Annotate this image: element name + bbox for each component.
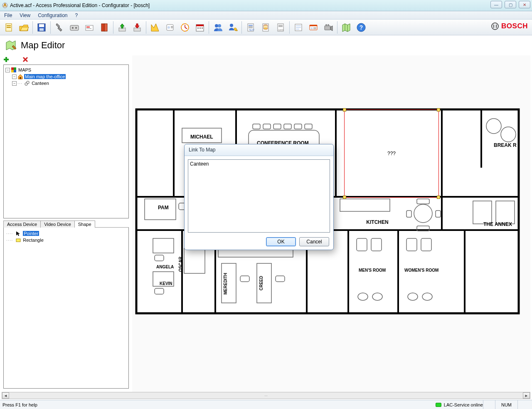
svg-point-53 <box>311 27 313 29</box>
svg-rect-64 <box>14 67 16 70</box>
resize-handle-bl[interactable] <box>343 196 346 199</box>
svg-rect-2 <box>7 25 11 26</box>
svg-rect-33 <box>236 30 237 31</box>
tb-badge-config-icon[interactable] <box>306 20 320 35</box>
svg-rect-26 <box>197 27 199 29</box>
link-to-map-dialog: Link To Map Canteen OK Cancel <box>184 144 334 250</box>
tb-open-icon[interactable] <box>17 20 31 35</box>
tb-clock-icon[interactable] <box>178 20 192 35</box>
tree-root[interactable]: MAPS <box>5 67 127 73</box>
tb-form-icon[interactable] <box>291 20 305 35</box>
tb-users-icon[interactable] <box>211 20 225 35</box>
svg-rect-63 <box>11 67 14 70</box>
menu-help[interactable]: ? <box>74 12 80 18</box>
tab-shape[interactable]: Shape <box>74 221 95 228</box>
tree-root-label: MAPS <box>17 67 32 72</box>
pointer-icon <box>15 231 21 236</box>
tree-item-label: Canteen <box>31 81 50 86</box>
tb-upload-icon[interactable] <box>115 20 129 35</box>
maximize-button[interactable]: ▢ <box>505 1 516 8</box>
add-map-icon[interactable] <box>3 57 9 62</box>
svg-text:WOMEN'S ROOM: WOMEN'S ROOM <box>404 268 438 273</box>
status-service: LAC-Service online <box>444 402 483 407</box>
tree-toolbar <box>0 55 132 64</box>
tb-users-key-icon[interactable] <box>226 20 240 35</box>
palette-rectangle[interactable]: ···· Rectangle <box>6 237 126 243</box>
status-spacer2 <box>517 400 530 409</box>
menu-view[interactable]: View <box>18 12 32 18</box>
app-icon <box>2 2 8 9</box>
close-button[interactable]: ✕ <box>519 1 530 8</box>
scroll-right-icon[interactable]: ► <box>523 392 530 399</box>
tb-camera-icon[interactable] <box>321 20 335 35</box>
tb-map-editor-icon[interactable] <box>339 20 353 35</box>
tree-item-main[interactable]: Main map the-office <box>5 73 127 80</box>
delete-map-icon[interactable] <box>22 57 28 62</box>
svg-rect-21 <box>171 27 173 28</box>
menu-configuration[interactable]: Configuration <box>36 12 69 18</box>
dialog-list-item[interactable]: Canteen <box>190 161 328 167</box>
resize-handle-tl[interactable] <box>343 108 346 112</box>
svg-rect-6 <box>39 28 44 31</box>
svg-rect-37 <box>249 27 253 28</box>
status-help-text: Press F1 for help <box>2 402 37 407</box>
editor-header: Map Editor <box>0 35 532 55</box>
selection-rectangle[interactable]: ??? <box>344 109 439 198</box>
tb-calendar-icon[interactable] <box>193 20 207 35</box>
tb-save-icon[interactable] <box>34 20 49 35</box>
svg-rect-28 <box>202 27 203 29</box>
svg-point-30 <box>218 24 221 27</box>
svg-rect-52 <box>310 25 317 26</box>
dialog-map-list[interactable]: Canteen <box>188 159 330 233</box>
expand-icon[interactable] <box>5 68 10 72</box>
scroll-track[interactable]: ··· <box>9 394 523 398</box>
ok-button[interactable]: OK <box>266 237 296 246</box>
tb-door-icon[interactable] <box>97 20 111 35</box>
tab-access-device[interactable]: Access Device <box>3 221 41 228</box>
tb-chart-icon[interactable] <box>148 20 162 35</box>
tb-download-icon[interactable] <box>130 20 144 35</box>
svg-point-58 <box>328 24 329 26</box>
rectangle-icon <box>15 237 21 243</box>
tb-badge-icon[interactable] <box>163 20 177 35</box>
svg-text:ANGELA: ANGELA <box>156 265 174 269</box>
svg-rect-14 <box>101 24 104 31</box>
tab-video-device[interactable]: Video Device <box>40 221 75 228</box>
palette-label: Pointer <box>23 231 39 236</box>
svg-point-69 <box>27 81 29 84</box>
minimize-button[interactable]: — <box>490 1 502 8</box>
palette-pointer[interactable]: ···· Pointer <box>6 230 126 237</box>
tb-help-icon[interactable]: ? <box>354 20 368 35</box>
map-tree[interactable]: MAPS Main map the-office ··· Canteen <box>3 64 129 218</box>
tb-new-icon[interactable] <box>2 20 16 35</box>
tb-report3-icon[interactable]: DATA <box>273 20 288 35</box>
menu-file[interactable]: File <box>2 12 14 18</box>
brand-logo: BOSCH <box>491 22 528 30</box>
tree-item-canteen[interactable]: ··· Canteen <box>5 80 127 87</box>
expand-icon[interactable] <box>12 81 17 86</box>
brand-name: BOSCH <box>501 22 528 30</box>
scroll-left-icon[interactable]: ◄ <box>2 392 9 399</box>
svg-rect-15 <box>104 24 107 31</box>
resize-handle-br[interactable] <box>437 196 440 199</box>
svg-text:KEVIN: KEVIN <box>160 281 172 286</box>
tb-card-icon[interactable] <box>82 20 96 35</box>
tb-report1-icon[interactable]: TEXT <box>244 20 258 35</box>
svg-point-29 <box>215 24 218 27</box>
window-title: Active.acf - Access Professional Edition… <box>10 2 150 8</box>
palette: ···· Pointer ···· Rectangle <box>3 228 129 389</box>
tb-tool-wrench-icon[interactable] <box>52 20 66 35</box>
svg-text:DATA: DATA <box>278 29 284 31</box>
bosch-ring-icon <box>491 22 499 30</box>
svg-rect-45 <box>278 26 283 27</box>
palette-label: Rectangle <box>23 238 44 243</box>
expand-icon[interactable] <box>12 74 17 79</box>
svg-rect-27 <box>200 27 201 29</box>
horizontal-scrollbar[interactable]: ◄ ··· ► <box>2 392 530 399</box>
tb-controller-icon[interactable] <box>67 20 81 35</box>
window-titlebar: Active.acf - Access Professional Edition… <box>0 0 532 11</box>
cancel-button[interactable]: Cancel <box>299 237 329 246</box>
tb-report2-icon[interactable] <box>259 20 273 35</box>
resize-handle-tr[interactable] <box>437 108 440 112</box>
link-icon <box>24 80 30 86</box>
